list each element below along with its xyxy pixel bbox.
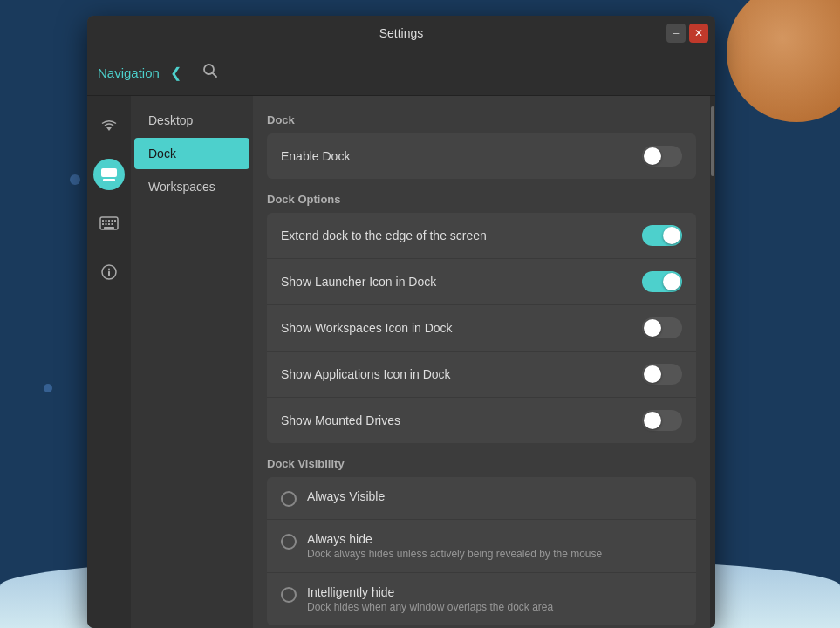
- show-workspaces-label: Show Workspaces Icon in Dock: [281, 321, 453, 335]
- extend-edge-knob: [663, 227, 680, 244]
- svg-rect-4: [103, 179, 115, 181]
- svg-rect-7: [106, 220, 107, 222]
- show-workspaces-knob: [644, 319, 661, 337]
- sidebar-icon-wifi[interactable]: [93, 110, 125, 141]
- sidebar-icon-info[interactable]: [93, 256, 125, 288]
- sidebar-nav-dock[interactable]: Dock: [134, 138, 249, 169]
- intelligently-hide-desc: Dock hides when any window overlaps the …: [307, 601, 553, 613]
- dock-visibility-group: Always Visible Always hide Dock always h…: [267, 477, 696, 625]
- svg-marker-2: [106, 127, 112, 131]
- svg-rect-3: [101, 168, 117, 177]
- dock-section-heading: Dock: [267, 113, 696, 126]
- show-applications-label: Show Applications Icon in Dock: [281, 367, 451, 381]
- show-mounted-toggle[interactable]: [642, 410, 682, 431]
- svg-rect-12: [106, 223, 107, 225]
- sidebar-icons: [87, 96, 131, 628]
- intelligently-hide-title: Intelligently hide: [307, 585, 553, 599]
- minimize-button[interactable]: –: [666, 24, 686, 43]
- bg-dot-3: [44, 384, 52, 392]
- dock-options-heading: Dock Options: [267, 193, 696, 206]
- scroll-thumb[interactable]: [711, 106, 714, 176]
- sidebar-icon-keyboard[interactable]: [93, 208, 125, 239]
- show-mounted-knob: [644, 412, 661, 429]
- svg-point-18: [108, 269, 110, 270]
- sidebar-nav: Desktop Dock Workspaces: [131, 96, 253, 628]
- show-workspaces-row: Show Workspaces Icon in Dock: [267, 305, 696, 352]
- always-hide-text: Always hide Dock always hides unless act…: [307, 532, 602, 560]
- extend-edge-toggle[interactable]: [642, 225, 682, 246]
- intelligently-hide-text: Intelligently hide Dock hides when any w…: [307, 585, 553, 613]
- dock-options-group: Extend dock to the edge of the screen Sh…: [267, 213, 696, 443]
- main-content: Desktop Dock Workspaces Dock Enable Dock…: [87, 96, 715, 628]
- extend-edge-row: Extend dock to the edge of the screen: [267, 213, 696, 259]
- bg-planet: [727, 0, 840, 122]
- enable-dock-knob: [644, 147, 661, 165]
- always-hide-title: Always hide: [307, 532, 602, 546]
- search-icon: [202, 63, 218, 78]
- show-applications-row: Show Applications Icon in Dock: [267, 352, 696, 398]
- intelligently-hide-row[interactable]: Intelligently hide Dock hides when any w…: [267, 573, 696, 625]
- svg-rect-15: [104, 227, 114, 229]
- show-launcher-row: Show Launcher Icon in Dock: [267, 259, 696, 305]
- show-applications-knob: [644, 365, 661, 383]
- enable-dock-toggle[interactable]: [642, 146, 682, 167]
- sidebar-nav-desktop[interactable]: Desktop: [134, 105, 249, 136]
- show-workspaces-toggle[interactable]: [642, 317, 682, 338]
- svg-rect-10: [114, 220, 116, 222]
- svg-rect-11: [102, 223, 104, 225]
- settings-panel: Dock Enable Dock Dock Options Extend doc…: [253, 96, 710, 628]
- show-launcher-knob: [663, 273, 680, 290]
- extend-edge-label: Extend dock to the edge of the screen: [281, 229, 487, 242]
- back-button[interactable]: ❮: [167, 61, 185, 85]
- dock-icon: [100, 167, 118, 182]
- always-hide-radio[interactable]: [281, 534, 297, 550]
- navbar: Navigation ❮: [87, 51, 715, 96]
- svg-rect-6: [102, 220, 104, 222]
- sidebar-icon-dock[interactable]: [93, 159, 125, 190]
- always-hide-row[interactable]: Always hide Dock always hides unless act…: [267, 520, 696, 573]
- dock-visibility-heading: Dock Visibility: [267, 457, 696, 470]
- svg-line-1: [212, 73, 216, 78]
- svg-rect-13: [108, 223, 110, 225]
- titlebar-controls: – ✕: [666, 24, 708, 43]
- settings-window: Settings – ✕ Navigation ❮: [87, 16, 715, 628]
- window-title: Settings: [379, 26, 424, 40]
- titlebar: Settings – ✕: [87, 16, 715, 51]
- svg-rect-8: [108, 220, 110, 222]
- show-launcher-label: Show Launcher Icon in Dock: [281, 275, 436, 289]
- svg-rect-14: [112, 223, 113, 225]
- info-icon: [101, 264, 117, 280]
- show-launcher-toggle[interactable]: [642, 271, 682, 292]
- svg-rect-9: [112, 220, 113, 222]
- wifi-icon: [100, 119, 118, 133]
- keyboard-icon: [99, 216, 119, 230]
- enable-dock-row: Enable Dock: [267, 133, 696, 179]
- always-visible-title: Always Visible: [307, 489, 385, 503]
- intelligently-hide-radio[interactable]: [281, 587, 297, 603]
- show-mounted-row: Show Mounted Drives: [267, 398, 696, 443]
- always-hide-desc: Dock always hides unless actively being …: [307, 548, 602, 560]
- always-visible-text: Always Visible: [307, 489, 385, 503]
- always-visible-row[interactable]: Always Visible: [267, 477, 696, 520]
- bg-dot-1: [70, 174, 80, 185]
- close-button[interactable]: ✕: [689, 24, 708, 43]
- show-mounted-label: Show Mounted Drives: [281, 413, 400, 427]
- svg-rect-17: [108, 271, 110, 276]
- sidebar-nav-workspaces[interactable]: Workspaces: [134, 171, 249, 202]
- enable-dock-label: Enable Dock: [281, 149, 350, 163]
- enable-dock-group: Enable Dock: [267, 133, 696, 179]
- show-applications-toggle[interactable]: [642, 364, 682, 385]
- nav-label: Navigation: [98, 65, 160, 80]
- scrollbar[interactable]: [710, 96, 715, 628]
- search-button[interactable]: [199, 59, 222, 86]
- always-visible-radio[interactable]: [281, 491, 297, 507]
